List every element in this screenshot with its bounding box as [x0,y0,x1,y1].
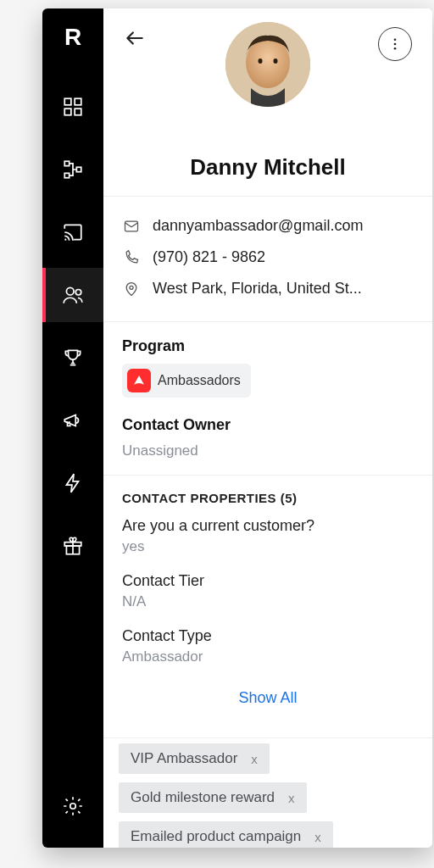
property-label: Contact Tier [122,572,414,590]
email-value: dannyambassador@gmail.com [153,217,414,235]
tag-chip[interactable]: Emailed product campaign x [119,821,333,848]
sidebar-item-gifts[interactable] [42,519,103,573]
sidebar-item-broadcast[interactable] [42,205,103,259]
property-value: Ambassador [122,648,414,665]
gift-icon [62,535,84,557]
back-button[interactable] [124,27,146,53]
sidebar-item-rewards[interactable] [42,331,103,385]
tag-label: VIP Ambassador [131,750,237,767]
svg-rect-20 [125,221,138,231]
panel-header [103,8,432,61]
svg-point-21 [130,286,133,289]
property-label: Are you a current customer? [122,517,414,535]
svg-point-18 [394,43,397,46]
property-label: Contact Type [122,627,414,645]
sidebar-item-settings[interactable] [42,785,103,827]
svg-rect-3 [75,108,81,115]
svg-rect-4 [64,161,69,165]
svg-point-12 [70,804,76,810]
phone-row[interactable]: (970) 821 - 9862 [122,242,414,273]
people-icon [62,284,84,306]
contact-info: dannyambassador@gmail.com (970) 821 - 98… [103,197,432,321]
tag-remove-icon[interactable]: x [251,752,258,766]
tag-chip[interactable]: VIP Ambassador x [119,743,270,774]
phone-value: (970) 821 - 9862 [153,248,414,266]
svg-point-16 [274,58,278,64]
contact-name: Danny Mitchell [103,154,432,196]
property-row: Are you a current customer? yes [122,517,414,555]
tags-section: VIP Ambassador x Gold milestone reward x… [103,738,432,848]
sidebar-nav [42,80,103,785]
sidebar-item-network[interactable] [42,142,103,197]
svg-point-15 [259,58,263,64]
owner-section: Contact Owner Unassigned [103,413,432,475]
location-row[interactable]: West Park, Florida, United St... [122,273,414,304]
grid-icon [62,96,84,118]
svg-point-8 [66,287,74,295]
avatar-image [225,22,310,107]
mail-icon [122,218,141,235]
svg-rect-5 [64,173,69,177]
arrow-left-icon [124,27,146,49]
trophy-icon [62,347,84,369]
location-value: West Park, Florida, United St... [153,280,414,298]
avatar [225,22,310,107]
tree-icon [62,159,84,181]
megaphone-icon [62,409,84,431]
owner-label: Contact Owner [122,416,414,434]
bolt-icon [62,472,84,494]
location-icon [122,281,141,298]
program-label: Program [122,337,414,355]
properties-header: CONTACT PROPERTIES (5) [122,491,414,505]
gear-icon [62,795,84,817]
cast-icon [62,221,84,243]
tag-label: Emailed product campaign [131,828,301,845]
sidebar-item-campaigns[interactable] [42,393,103,448]
svg-rect-0 [64,98,71,105]
sidebar-item-contacts[interactable] [42,268,103,322]
program-section: Program Ambassadors [103,322,432,413]
more-vertical-icon [387,36,403,52]
tag-chip[interactable]: Gold milestone reward x [119,782,307,813]
sidebar-item-dashboard[interactable] [42,80,103,134]
contact-panel: Danny Mitchell dannyambassador@gmail.com… [103,8,432,848]
property-value: N/A [122,593,414,610]
svg-point-17 [394,38,397,41]
sidebar-bottom [42,785,103,848]
property-value: yes [122,538,414,555]
sidebar: R [42,8,103,848]
program-chip[interactable]: Ambassadors [122,364,251,398]
property-row: Contact Tier N/A [122,572,414,610]
show-all-button[interactable]: Show All [122,682,414,722]
svg-rect-2 [64,108,71,115]
more-button[interactable] [378,27,412,61]
program-icon [127,369,151,392]
app-logo: R [64,24,81,51]
program-value: Ambassadors [158,373,241,388]
svg-rect-6 [76,167,81,171]
app-frame: R [42,8,432,848]
tag-remove-icon[interactable]: x [288,791,295,805]
sidebar-item-automations[interactable] [42,456,103,510]
phone-icon [122,249,141,266]
tag-label: Gold milestone reward [131,789,275,806]
property-row: Contact Type Ambassador [122,627,414,665]
svg-point-7 [64,239,66,241]
svg-point-19 [394,47,397,50]
svg-point-9 [75,290,81,296]
email-row[interactable]: dannyambassador@gmail.com [122,210,414,242]
tag-remove-icon[interactable]: x [314,830,321,844]
svg-rect-1 [75,98,81,105]
owner-value[interactable]: Unassigned [122,442,414,459]
properties-section: CONTACT PROPERTIES (5) Are you a current… [103,476,432,737]
